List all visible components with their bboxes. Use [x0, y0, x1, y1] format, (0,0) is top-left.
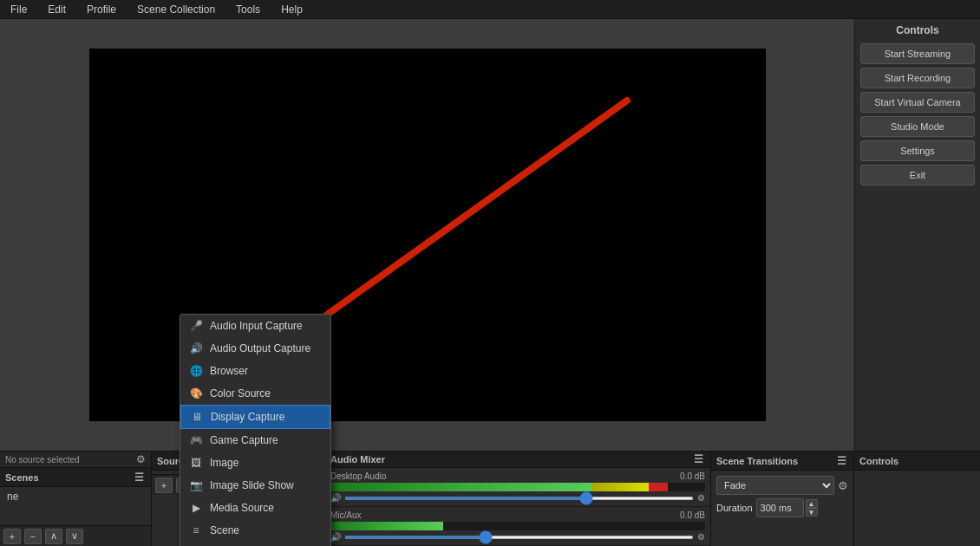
slideshow-icon: 📷 [189, 478, 203, 492]
desktop-audio-bar-yellow [592, 483, 649, 491]
scene-transitions-content: Fade ⚙ Duration ▲ ▼ [711, 471, 853, 523]
menu-file[interactable]: File [7, 2, 30, 17]
audio-mixer-menu-icon[interactable]: ☰ [691, 452, 705, 466]
scenes-panel-title: Scenes [5, 472, 39, 483]
main-layout: 🎤 Audio Input Capture 🔊 Audio Output Cap… [0, 19, 980, 546]
exit-button[interactable]: Exit [860, 165, 975, 185]
desktop-audio-label-row: Desktop Audio 0.0 dB [330, 471, 705, 481]
desktop-audio-label: Desktop Audio [330, 471, 387, 481]
ctx-image[interactable]: 🖼 Image [180, 452, 330, 474]
menu-profile[interactable]: Profile [83, 2, 120, 17]
menu-tools[interactable]: Tools [232, 2, 264, 17]
ctx-scene[interactable]: ≡ Scene [180, 519, 330, 542]
mic-aux-gear-icon[interactable]: ⚙ [697, 532, 705, 542]
ctx-scene-label: Scene [210, 524, 239, 536]
scene-transitions-panel: Scene Transitions ☰ Fade ⚙ Duration ▲ [711, 452, 854, 546]
preview-area: 🎤 Audio Input Capture 🔊 Audio Output Cap… [0, 19, 854, 451]
desktop-audio-bar [330, 483, 705, 491]
mic-aux-slider[interactable] [344, 536, 694, 539]
scene-transitions-menu-icon[interactable]: ☰ [834, 454, 848, 468]
ctx-audio-output-label: Audio Output Capture [210, 342, 310, 354]
controls-bottom-title: Controls [859, 456, 898, 466]
stepper-arrows: ▲ ▼ [806, 499, 818, 517]
scenes-gear-icon[interactable]: ⚙ [136, 453, 146, 465]
duration-input[interactable] [756, 498, 804, 517]
gear-icon[interactable]: ⚙ [838, 479, 848, 492]
mic-icon: 🎤 [189, 319, 203, 333]
mic-aux-bar [330, 522, 705, 530]
settings-button[interactable]: Settings [860, 140, 975, 161]
image-icon: 🖼 [189, 456, 203, 470]
fade-row: Fade ⚙ [716, 476, 848, 495]
desktop-audio-controls: 🔊 ⚙ [330, 493, 705, 503]
mic-aux-label-row: Mic/Aux 0.0 dB [330, 510, 705, 520]
desktop-audio-bar-green [330, 483, 592, 491]
ctx-browser[interactable]: 🌐 Browser [180, 360, 330, 382]
mic-aux-channel: Mic/Aux 0.0 dB 🔊 ⚙ [325, 507, 710, 546]
scenes-down-button[interactable]: ∨ [66, 529, 83, 544]
ctx-browser-label: Browser [210, 365, 248, 377]
ctx-display-capture-label: Display Capture [211, 411, 284, 423]
ctx-image-slideshow-label: Image Slide Show [210, 479, 294, 491]
menu-bar: File Edit Profile Scene Collection Tools… [0, 0, 980, 19]
duration-up-button[interactable]: ▲ [806, 499, 818, 508]
scenes-add-button[interactable]: + [3, 529, 21, 544]
monitor-icon: 🖥 [190, 410, 204, 424]
desktop-audio-bar-red [649, 483, 668, 491]
mic-aux-db: 0.0 dB [680, 510, 705, 520]
desktop-audio-db: 0.0 dB [680, 471, 705, 481]
ctx-media-source[interactable]: ▶ Media Source [180, 497, 330, 519]
mic-aux-label: Mic/Aux [330, 510, 362, 520]
media-icon: ▶ [189, 501, 203, 515]
scenes-up-button[interactable]: ∧ [45, 529, 62, 544]
mic-aux-controls: 🔊 ⚙ [330, 532, 705, 542]
start-recording-button[interactable]: Start Recording [860, 68, 975, 88]
mic-aux-bar-green [330, 522, 443, 530]
audio-mixer-panel: Audio Mixer ☰ Desktop Audio 0.0 dB 🔊 ⚙ [325, 452, 711, 546]
bottom-panels: No source selected ⚙ Scenes ☰ ne + − ∧ ∨… [0, 451, 980, 546]
desktop-audio-slider[interactable] [344, 497, 694, 500]
speaker-icon: 🔊 [189, 341, 203, 355]
ctx-image-slideshow[interactable]: 📷 Image Slide Show [180, 474, 330, 497]
duration-row: Duration ▲ ▼ [716, 498, 848, 517]
ctx-audio-input-label: Audio Input Capture [210, 320, 303, 332]
sources-add-button[interactable]: + [155, 478, 173, 493]
fade-select[interactable]: Fade [716, 476, 834, 495]
top-area: 🎤 Audio Input Capture 🔊 Audio Output Cap… [0, 19, 980, 451]
menu-help[interactable]: Help [278, 2, 306, 17]
desktop-audio-channel: Desktop Audio 0.0 dB 🔊 ⚙ [325, 468, 710, 507]
ctx-media-source-label: Media Source [210, 502, 274, 514]
controls-bottom-panel: Controls [854, 452, 980, 546]
scenes-bottom-bar: + − ∧ ∨ [0, 525, 151, 546]
desktop-audio-gear-icon[interactable]: ⚙ [697, 493, 705, 503]
scenes-panel-menu-icon[interactable]: ☰ [132, 471, 146, 484]
ctx-game-capture[interactable]: 🎮 Game Capture [180, 429, 330, 452]
start-streaming-button[interactable]: Start Streaming [860, 43, 975, 64]
ctx-text-gdi[interactable]: T Text (GDI+) [180, 542, 330, 546]
scenes-status-text: No source selected [5, 455, 80, 465]
scene-transitions-header: Scene Transitions ☰ [711, 452, 853, 471]
context-menu: 🎤 Audio Input Capture 🔊 Audio Output Cap… [180, 314, 331, 546]
scenes-panel: No source selected ⚙ Scenes ☰ ne + − ∧ ∨ [0, 452, 152, 546]
scene-transitions-title: Scene Transitions [716, 456, 798, 466]
globe-icon: 🌐 [189, 364, 203, 378]
ctx-color-source[interactable]: 🎨 Color Source [180, 382, 330, 405]
studio-mode-button[interactable]: Studio Mode [860, 116, 975, 137]
duration-label: Duration [716, 503, 753, 513]
ctx-audio-input[interactable]: 🎤 Audio Input Capture [180, 315, 330, 337]
menu-edit[interactable]: Edit [44, 2, 69, 17]
start-virtual-camera-button[interactable]: Start Virtual Camera [860, 92, 975, 113]
ctx-image-label: Image [210, 457, 238, 469]
scene-item[interactable]: ne [0, 487, 151, 506]
audio-mixer-header: Audio Mixer ☰ [325, 452, 710, 468]
ctx-display-capture[interactable]: 🖥 Display Capture [180, 405, 330, 429]
menu-scene-collection[interactable]: Scene Collection [134, 2, 219, 17]
right-sidebar: Controls Start Streaming Start Recording… [854, 19, 980, 451]
ctx-audio-output[interactable]: 🔊 Audio Output Capture [180, 337, 330, 360]
duration-down-button[interactable]: ▼ [806, 508, 818, 517]
controls-title: Controls [860, 24, 975, 36]
scenes-panel-header: Scenes ☰ [0, 468, 151, 487]
scenes-remove-button[interactable]: − [24, 529, 42, 544]
mic-aux-vol-icon[interactable]: 🔊 [330, 532, 341, 542]
desktop-audio-vol-icon[interactable]: 🔊 [330, 493, 341, 503]
